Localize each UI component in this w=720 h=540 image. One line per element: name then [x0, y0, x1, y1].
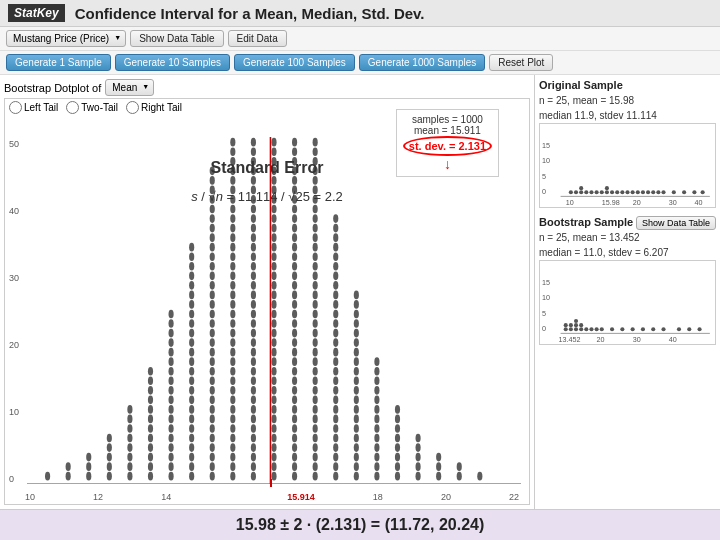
svg-point-80 — [210, 424, 215, 433]
svg-point-183 — [271, 443, 276, 452]
svg-text:15.98: 15.98 — [602, 198, 620, 207]
svg-point-341 — [374, 424, 379, 433]
svg-point-147 — [251, 443, 256, 452]
svg-point-205 — [271, 233, 276, 242]
svg-point-141 — [230, 157, 235, 166]
svg-point-261 — [313, 386, 318, 395]
gen100-samples-button[interactable]: Generate 100 Samples — [234, 54, 355, 71]
svg-point-178 — [251, 147, 256, 156]
svg-text:5: 5 — [542, 172, 546, 181]
svg-point-247 — [292, 176, 297, 185]
svg-point-8 — [107, 462, 112, 471]
svg-point-225 — [292, 386, 297, 395]
svg-point-211 — [271, 176, 276, 185]
svg-point-354 — [395, 424, 400, 433]
edit-data-button[interactable]: Edit Data — [228, 30, 287, 47]
svg-point-182 — [271, 453, 276, 462]
svg-point-337 — [374, 462, 379, 471]
svg-point-228 — [292, 357, 297, 366]
svg-point-431 — [661, 327, 665, 331]
svg-point-82 — [210, 405, 215, 414]
svg-point-181 — [271, 462, 276, 471]
orig-mini-svg: 0 5 10 15 10 15.98 20 30 40 — [540, 124, 715, 207]
svg-point-345 — [374, 386, 379, 395]
gen10-samples-button[interactable]: Generate 10 Samples — [115, 54, 230, 71]
svg-text:30: 30 — [633, 335, 641, 344]
svg-point-135 — [230, 214, 235, 223]
svg-point-362 — [436, 472, 441, 481]
svg-point-253 — [313, 462, 318, 471]
svg-point-282 — [313, 186, 318, 195]
gen1-sample-button[interactable]: Generate 1 Sample — [6, 54, 111, 71]
svg-point-318 — [354, 453, 359, 462]
svg-point-201 — [271, 271, 276, 280]
svg-point-339 — [374, 443, 379, 452]
svg-point-120 — [230, 357, 235, 366]
right-tail-option[interactable]: Right Tail — [126, 101, 182, 114]
svg-point-146 — [251, 453, 256, 462]
svg-point-302 — [333, 338, 338, 347]
svg-point-415 — [569, 327, 573, 331]
svg-text:40: 40 — [669, 335, 677, 344]
svg-point-132 — [230, 243, 235, 252]
gen1000-samples-button[interactable]: Generate 1000 Samples — [359, 54, 485, 71]
svg-point-402 — [692, 190, 696, 194]
svg-text:0: 0 — [542, 187, 546, 196]
svg-point-401 — [682, 190, 686, 194]
svg-point-296 — [333, 396, 338, 405]
svg-point-265 — [313, 348, 318, 357]
svg-point-393 — [631, 190, 635, 194]
svg-point-91 — [210, 319, 215, 328]
mean-text: mean = 15.911 — [403, 125, 492, 136]
original-sample-chart: 0 5 10 15 10 15.98 20 30 40 — [539, 123, 716, 208]
svg-point-340 — [374, 434, 379, 443]
svg-point-73 — [189, 252, 194, 261]
svg-point-242 — [292, 224, 297, 233]
svg-point-266 — [313, 338, 318, 347]
svg-point-310 — [333, 262, 338, 271]
svg-point-199 — [271, 291, 276, 300]
svg-point-75 — [210, 472, 215, 481]
svg-point-424 — [595, 327, 599, 331]
svg-point-154 — [251, 376, 256, 385]
svg-point-99 — [210, 243, 215, 252]
svg-point-79 — [210, 434, 215, 443]
svg-point-260 — [313, 396, 318, 405]
svg-point-388 — [605, 186, 609, 190]
main-container: StatKey Confidence Interval for a Mean, … — [0, 0, 720, 540]
svg-point-162 — [251, 300, 256, 309]
svg-point-389 — [610, 190, 614, 194]
svg-point-320 — [354, 434, 359, 443]
reset-plot-button[interactable]: Reset Plot — [489, 54, 553, 71]
svg-point-69 — [189, 291, 194, 300]
svg-point-399 — [661, 190, 665, 194]
show-data-table-button[interactable]: Show Data Table — [130, 30, 223, 47]
svg-text:40: 40 — [694, 198, 702, 207]
svg-point-90 — [210, 329, 215, 338]
svg-point-6 — [86, 453, 91, 462]
svg-point-87 — [210, 357, 215, 366]
svg-point-358 — [416, 462, 421, 471]
svg-point-385 — [595, 190, 599, 194]
svg-point-421 — [579, 323, 583, 327]
svg-point-84 — [210, 386, 215, 395]
svg-point-257 — [313, 424, 318, 433]
svg-point-239 — [292, 252, 297, 261]
svg-point-231 — [292, 329, 297, 338]
bootstrap-sample-chart: 0 5 10 15 13.452 20 30 40 — [539, 260, 716, 345]
svg-point-97 — [210, 262, 215, 271]
svg-point-357 — [416, 472, 421, 481]
svg-point-281 — [313, 195, 318, 204]
svg-point-229 — [292, 348, 297, 357]
two-tail-option[interactable]: Two-Tail — [66, 101, 118, 114]
left-tail-option[interactable]: Left Tail — [9, 101, 58, 114]
svg-point-88 — [210, 348, 215, 357]
svg-point-232 — [292, 319, 297, 328]
svg-point-364 — [436, 453, 441, 462]
stat-type-dropdown[interactable]: Mean — [105, 79, 154, 96]
dataset-dropdown[interactable]: Mustang Price (Price) — [6, 30, 126, 47]
svg-point-184 — [271, 434, 276, 443]
show-data-table-bootstrap-button[interactable]: Show Data Table — [636, 216, 716, 230]
svg-point-114 — [230, 415, 235, 424]
svg-point-271 — [313, 291, 318, 300]
